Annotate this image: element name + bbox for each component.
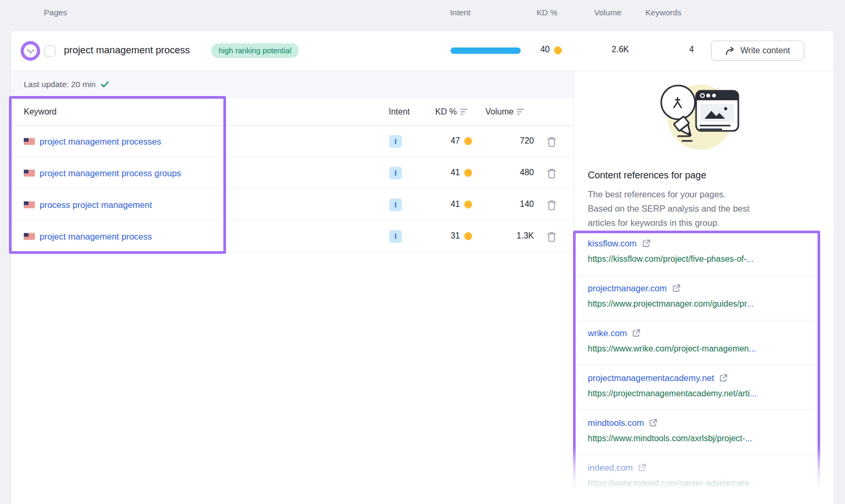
us-flag-icon	[24, 201, 35, 208]
kd-difficulty-dot	[464, 232, 472, 240]
reference-domain-link[interactable]: mindtools.com	[588, 418, 644, 428]
trash-icon	[547, 199, 557, 211]
volume-value: 140	[492, 199, 534, 209]
th-volume-label: Volume	[485, 107, 513, 117]
volume-value: 720	[492, 136, 534, 146]
url-ellipsis: ...	[747, 254, 754, 263]
external-link-icon[interactable]	[637, 463, 646, 472]
page-row-checkbox[interactable]	[44, 45, 55, 56]
reference-url: https://www.wrike.com/project-managemen	[588, 344, 749, 353]
keyword-link[interactable]: project management process	[40, 231, 152, 241]
reference-url: https://www.indeed.com/career-advice/car…	[588, 479, 749, 488]
trash-icon	[547, 168, 557, 179]
th-kd[interactable]: KD %	[435, 107, 468, 117]
last-update-bar: Last update: 20 min	[11, 71, 574, 98]
table-row: project management process groups I 41 4…	[11, 157, 574, 189]
last-update-text: Last update: 20 min	[24, 80, 96, 89]
table-row: project management process I 31 1.3K	[11, 221, 574, 252]
column-header-kd: KD %	[537, 8, 558, 17]
pages-keyword-manager: Pages Intent KD % Volume Keywords projec…	[0, 0, 845, 504]
page-kd-value: 40	[523, 45, 550, 54]
description-line: Based on the SERP analysis and the best	[588, 202, 749, 216]
kd-value: 47	[434, 136, 460, 146]
sidebar-title: Content references for page	[588, 170, 706, 181]
sort-icon	[461, 109, 468, 115]
list-item: projectmanagementacademy.net https://pro…	[576, 365, 818, 410]
write-content-label: Write content	[740, 46, 790, 55]
delete-keyword-button[interactable]	[547, 136, 557, 147]
sort-icon	[517, 109, 525, 115]
reference-url: https://www.mindtools.com/axrlsbj/projec…	[588, 434, 745, 443]
reference-domain-link[interactable]: wrike.com	[588, 328, 627, 338]
list-item: indeed.com https://www.indeed.com/career…	[576, 455, 818, 500]
reference-url: https://projectmanagementacademy.net/art…	[588, 389, 750, 398]
th-volume[interactable]: Volume	[485, 107, 525, 117]
external-link-icon[interactable]	[649, 419, 658, 427]
page-keywords-count: 4	[673, 45, 694, 54]
external-link-icon[interactable]	[719, 374, 728, 383]
description-line: The best references for your pages.	[588, 187, 749, 202]
keyword-table-header: Keyword Intent KD % Volume	[11, 98, 574, 126]
url-ellipsis: ...	[749, 344, 756, 353]
kd-value: 41	[434, 168, 460, 177]
keyword-link[interactable]: project management processes	[40, 136, 161, 146]
th-kd-label: KD %	[435, 107, 457, 117]
external-link-icon[interactable]	[632, 329, 641, 338]
url-ellipsis: ...	[750, 389, 757, 398]
kd-difficulty-dot	[464, 201, 472, 208]
external-link-icon[interactable]	[642, 239, 651, 248]
check-icon	[101, 81, 109, 88]
list-item: kissflow.com https://kissflow.com/projec…	[576, 231, 818, 275]
url-ellipsis: ...	[747, 299, 754, 308]
th-intent: Intent	[389, 107, 410, 117]
url-ellipsis: ...	[745, 434, 752, 443]
reference-domain-link[interactable]: indeed.com	[588, 463, 633, 473]
curved-arrow-right-icon	[725, 46, 735, 55]
kd-difficulty-dot	[464, 169, 472, 177]
intent-badge: I	[389, 135, 402, 148]
intent-badge: I	[389, 230, 402, 243]
trash-icon	[547, 136, 557, 147]
us-flag-icon	[24, 169, 35, 176]
url-ellipsis: ...	[749, 479, 756, 488]
intent-distribution-bar	[450, 47, 521, 54]
reference-domain-link[interactable]: projectmanager.com	[588, 283, 667, 293]
column-header-keywords: Keywords	[645, 8, 681, 17]
list-item: projectmanager.com https://www.projectma…	[576, 275, 818, 320]
intent-badge: I	[389, 167, 402, 179]
us-flag-icon	[24, 138, 35, 145]
page-title: project management process	[64, 44, 190, 56]
column-header-pages: Pages	[44, 8, 67, 17]
table-row: project management processes I 47 720	[11, 126, 574, 157]
kd-value: 31	[434, 231, 460, 241]
us-flag-icon	[24, 233, 35, 240]
kd-value: 41	[434, 199, 460, 209]
delete-keyword-button[interactable]	[547, 167, 557, 179]
table-row: process project management I 41 140	[11, 189, 574, 221]
description-line: articles for keywords in this group.	[588, 216, 749, 230]
sidebar-description: The best references for your pages. Base…	[588, 187, 749, 230]
column-header-volume: Volume	[594, 8, 622, 17]
content-references-list: kissflow.com https://kissflow.com/projec…	[576, 231, 818, 500]
reference-domain-link[interactable]: projectmanagementacademy.net	[588, 373, 714, 383]
write-content-button[interactable]: Write content	[711, 41, 804, 61]
list-item: wrike.com https://www.wrike.com/project-…	[576, 320, 818, 365]
keyword-link[interactable]: process project management	[40, 199, 152, 210]
kd-difficulty-dot	[464, 137, 472, 145]
delete-keyword-button[interactable]	[547, 231, 557, 242]
trash-icon	[547, 231, 557, 242]
external-link-icon[interactable]	[672, 284, 681, 293]
keyword-link[interactable]: project management process groups	[40, 168, 181, 178]
intent-badge: I	[389, 198, 402, 211]
reference-url: https://www.projectmanager.com/guides/pr	[588, 299, 747, 308]
divider	[574, 71, 574, 504]
kd-difficulty-dot	[554, 46, 562, 54]
high-ranking-potential-badge: high ranking potential	[211, 43, 299, 58]
delete-keyword-button[interactable]	[547, 199, 557, 211]
content-references-illustration	[647, 77, 745, 161]
reference-domain-link[interactable]: kissflow.com	[588, 239, 637, 249]
page-volume-value: 2.6K	[592, 45, 629, 54]
column-header-intent: Intent	[450, 8, 471, 17]
chevron-down-icon	[27, 49, 34, 53]
collapse-row-button[interactable]	[21, 41, 40, 61]
